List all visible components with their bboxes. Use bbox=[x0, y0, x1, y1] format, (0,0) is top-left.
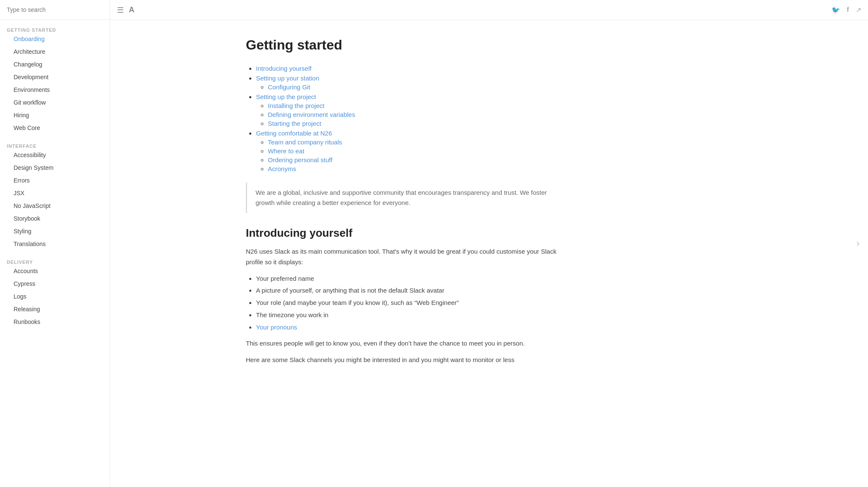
toc-sub-link[interactable]: Defining environment variables bbox=[268, 111, 355, 118]
top-bar: ☰ A 🐦 f ↗ bbox=[110, 0, 868, 20]
toc-sub-item: Starting the project bbox=[268, 120, 559, 127]
sidebar-item-onboarding[interactable]: Onboarding bbox=[7, 33, 103, 45]
toc-list: Introducing yourselfSetting up your stat… bbox=[246, 65, 559, 172]
sidebar-item-architecture[interactable]: Architecture bbox=[7, 45, 103, 58]
section2-body1: N26 uses Slack as its main communication… bbox=[246, 246, 559, 268]
nav-sections: GETTING STARTEDOnboardingArchitectureCha… bbox=[0, 20, 110, 330]
share-icons: 🐦 f ↗ bbox=[832, 6, 861, 14]
toc-sub-item: Where to eat bbox=[268, 147, 559, 155]
toc-item: Getting comfortable at N26Team and compa… bbox=[256, 130, 559, 172]
bullet-item: Your pronouns bbox=[256, 322, 559, 333]
sidebar-item-web-core[interactable]: Web Core bbox=[7, 122, 103, 134]
nav-section-label: GETTING STARTED bbox=[7, 28, 103, 33]
menu-icon[interactable]: ☰ bbox=[117, 6, 124, 15]
bullet-item: Your preferred name bbox=[256, 274, 559, 284]
facebook-icon[interactable]: f bbox=[847, 6, 849, 14]
toc-sub-item: Team and company rituals bbox=[268, 138, 559, 146]
toc-sub-link[interactable]: Where to eat bbox=[268, 147, 304, 155]
search-input[interactable] bbox=[7, 6, 103, 13]
search-bar[interactable] bbox=[0, 0, 110, 20]
sidebar-item-translations[interactable]: Translations bbox=[7, 238, 103, 250]
sidebar-item-accessibility[interactable]: Accessibility bbox=[7, 149, 103, 161]
sidebar-item-storybook[interactable]: Storybook bbox=[7, 212, 103, 225]
toc-item: Introducing yourself bbox=[256, 65, 559, 72]
nav-section-interface: INTERFACEAccessibilityDesign SystemError… bbox=[0, 136, 110, 252]
nav-section-getting-started: GETTING STARTEDOnboardingArchitectureCha… bbox=[0, 20, 110, 136]
main-content: Getting started Introducing yourselfSett… bbox=[220, 20, 585, 487]
toc-sub-list: Configuring Git bbox=[256, 83, 559, 91]
sidebar-item-design-system[interactable]: Design System bbox=[7, 161, 103, 174]
toc-sub-link[interactable]: Acronyms bbox=[268, 165, 296, 172]
share-icon[interactable]: ↗ bbox=[856, 6, 861, 14]
sidebar-item-git-workflow[interactable]: Git workflow bbox=[7, 96, 103, 109]
section2-title: Introducing yourself bbox=[246, 227, 559, 240]
nav-section-label: INTERFACE bbox=[7, 144, 103, 149]
toc-sub-link[interactable]: Installing the project bbox=[268, 102, 324, 109]
bullet-item: A picture of yourself, or anything that … bbox=[256, 285, 559, 296]
nav-section-delivery: DELIVERYAccountsCypressLogsReleasingRunb… bbox=[0, 252, 110, 330]
bullet-item: Your role (and maybe your team if you kn… bbox=[256, 298, 559, 308]
sidebar-item-accounts[interactable]: Accounts bbox=[7, 265, 103, 277]
sidebar-item-cypress[interactable]: Cypress bbox=[7, 277, 103, 290]
page-title: Getting started bbox=[246, 37, 559, 53]
sidebar-item-runbooks[interactable]: Runbooks bbox=[7, 315, 103, 328]
toc-link[interactable]: Getting comfortable at N26 bbox=[256, 130, 332, 137]
toc-link[interactable]: Introducing yourself bbox=[256, 65, 312, 72]
sidebar-item-no-javascript[interactable]: No JavaScript bbox=[7, 199, 103, 212]
sidebar-item-changelog[interactable]: Changelog bbox=[7, 58, 103, 71]
toc-sub-list: Installing the projectDefining environme… bbox=[256, 102, 559, 127]
section2-bullet-list: Your preferred nameA picture of yourself… bbox=[246, 274, 559, 333]
toc-sub-item: Ordering personal stuff bbox=[268, 156, 559, 163]
toc-item: Setting up your stationConfiguring Git bbox=[256, 75, 559, 91]
sidebar-item-environments[interactable]: Environments bbox=[7, 83, 103, 96]
blockquote: We are a global, inclusive and supportiv… bbox=[246, 183, 559, 213]
sidebar-item-development[interactable]: Development bbox=[7, 71, 103, 83]
toc-sub-link[interactable]: Starting the project bbox=[268, 120, 321, 127]
toc-link[interactable]: Setting up the project bbox=[256, 93, 316, 100]
bullet-item: The timezone you work in bbox=[256, 310, 559, 321]
toc-sub-item: Acronyms bbox=[268, 165, 559, 172]
section2-body3: Here are some Slack channels you might b… bbox=[246, 355, 559, 365]
toc-sub-link[interactable]: Ordering personal stuff bbox=[268, 156, 332, 163]
next-page-button[interactable]: › bbox=[857, 238, 860, 249]
toc-sub-item: Configuring Git bbox=[268, 83, 559, 91]
toc-item: Setting up the projectInstalling the pro… bbox=[256, 93, 559, 127]
sidebar-item-errors[interactable]: Errors bbox=[7, 174, 103, 187]
bullet-link[interactable]: Your pronouns bbox=[256, 324, 297, 331]
sidebar-item-jsx[interactable]: JSX bbox=[7, 187, 103, 199]
sidebar-item-releasing[interactable]: Releasing bbox=[7, 303, 103, 315]
font-size-icon[interactable]: A bbox=[129, 6, 134, 14]
sidebar: GETTING STARTEDOnboardingArchitectureCha… bbox=[0, 0, 110, 487]
sidebar-item-hiring[interactable]: Hiring bbox=[7, 109, 103, 122]
twitter-icon[interactable]: 🐦 bbox=[832, 6, 840, 14]
toc-sub-list: Team and company ritualsWhere to eatOrde… bbox=[256, 138, 559, 172]
toc-sub-link[interactable]: Team and company rituals bbox=[268, 138, 342, 146]
section2-body2: This ensures people will get to know you… bbox=[246, 338, 559, 349]
sidebar-item-logs[interactable]: Logs bbox=[7, 290, 103, 303]
toc-link[interactable]: Setting up your station bbox=[256, 75, 319, 82]
toc-sub-link[interactable]: Configuring Git bbox=[268, 83, 310, 91]
sidebar-item-styling[interactable]: Styling bbox=[7, 225, 103, 238]
toc-sub-item: Installing the project bbox=[268, 102, 559, 109]
nav-section-label: DELIVERY bbox=[7, 260, 103, 265]
toc-sub-item: Defining environment variables bbox=[268, 111, 559, 118]
